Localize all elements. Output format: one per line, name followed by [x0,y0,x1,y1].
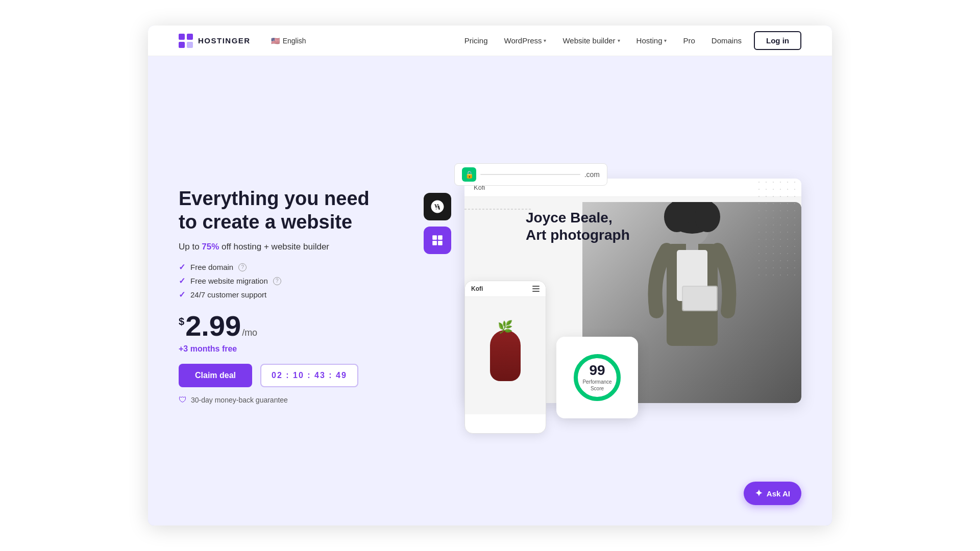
svg-rect-15 [686,241,698,251]
svg-rect-3 [187,42,193,48]
nav-link-pro[interactable]: Pro [683,36,695,45]
nav-item-hosting[interactable]: Hosting ▾ [636,36,667,45]
svg-rect-18 [683,287,717,310]
kofi-icon[interactable] [424,227,451,254]
hero-section: Everything you need to create a website … [148,56,832,525]
svg-rect-6 [432,235,437,240]
nav-links: Pricing WordPress ▾ Website builder ▾ [464,36,742,45]
ask-ai-label: Ask AI [767,489,790,498]
nav-item-domains[interactable]: Domains [712,36,742,45]
feature-item-migration: ✓ Free website migration ? [179,276,393,286]
price-period: /mo [242,328,257,338]
logo-text: HOSTINGER [198,36,251,45]
chevron-down-icon: ▾ [544,38,546,43]
price-symbol: $ [179,312,184,328]
ssl-badge: 🔒 [462,167,476,182]
info-icon[interactable]: ? [273,277,281,285]
lang-label: English [283,37,306,45]
nav-link-website-builder[interactable]: Website builder ▾ [562,36,620,45]
logo-link[interactable]: HOSTINGER [179,34,251,48]
check-icon: ✓ [179,290,185,299]
svg-rect-0 [179,34,185,40]
nav-link-hosting[interactable]: Hosting ▾ [636,36,667,45]
wordpress-icon[interactable] [424,193,451,220]
nav-item-wordpress[interactable]: WordPress ▾ [504,36,547,45]
claim-deal-button[interactable]: Claim deal [179,364,252,387]
mobile-site-name: Kofi [471,285,483,292]
feature-list: ✓ Free domain ? ✓ Free website migration… [179,262,393,299]
mobile-header: Kofi [465,281,546,297]
logo-icon [179,34,193,48]
price-bonus: +3 months free [179,344,393,354]
performance-inner: 99 PerformanceScore [572,352,623,403]
chevron-down-icon: ▾ [618,38,620,43]
hero-left: Everything you need to create a website … [179,177,393,405]
grid-decoration [755,179,801,281]
svg-rect-7 [438,235,443,240]
mobile-mockup: Kofi [464,281,546,434]
performance-score-card: 99 PerformanceScore [556,337,638,418]
vase-image [490,330,521,381]
guarantee-text: 🛡 30-day money-back guarantee [179,395,393,405]
hamburger-icon[interactable] [532,286,540,292]
nav-link-wordpress[interactable]: WordPress ▾ [504,36,547,45]
svg-rect-2 [179,42,185,48]
price-area: $ 2.99 /mo [179,312,393,340]
nav-item-pricing[interactable]: Pricing [464,36,488,45]
url-bar: 🔒 .com [454,163,607,186]
nav-item-website-builder[interactable]: Website builder ▾ [562,36,620,45]
info-icon[interactable]: ? [238,263,247,271]
nav-link-domains[interactable]: Domains [712,36,742,45]
shield-icon: 🛡 [179,395,187,405]
url-line [480,174,580,175]
performance-label: PerformanceScore [582,379,611,392]
browser-card: HOSTINGER 🇺🇸 English Pricing WordPress ▾ [148,26,832,525]
person-silhouette [636,202,748,403]
joyce-subtitle: Art photograph [526,227,630,244]
joyce-name: Joyce Beale, [526,209,630,227]
performance-ring: 99 PerformanceScore [572,352,623,403]
flag-icon: 🇺🇸 [271,37,280,45]
check-icon: ✓ [179,276,185,286]
nav-link-pricing[interactable]: Pricing [464,36,488,45]
hero-subtitle: Up to 75% off hosting + website builder [179,242,393,252]
hero-right: 🔒 .com [424,158,801,423]
feature-item-support: ✓ 24/7 customer support [179,290,393,299]
url-dot-com: .com [584,170,600,179]
hero-title: Everything you need to create a website [179,187,393,234]
chevron-down-icon: ▾ [664,38,667,43]
mobile-content [465,297,546,414]
feature-item-domain: ✓ Free domain ? [179,262,393,272]
price-main: 2.99 [185,312,241,340]
ai-star-icon: ✦ [755,488,763,499]
page-wrapper: HOSTINGER 🇺🇸 English Pricing WordPress ▾ [0,0,980,551]
svg-point-13 [695,202,720,232]
nav-item-pro[interactable]: Pro [683,36,695,45]
countdown-timer: 02 : 10 : 43 : 49 [260,364,358,387]
login-button[interactable]: Log in [754,31,801,50]
svg-rect-8 [432,241,437,245]
cta-row: Claim deal 02 : 10 : 43 : 49 [179,364,393,387]
performance-number: 99 [589,363,605,378]
check-icon: ✓ [179,262,185,272]
svg-rect-9 [438,241,443,245]
language-selector[interactable]: 🇺🇸 English [271,37,306,45]
svg-rect-1 [187,34,193,40]
navbar: HOSTINGER 🇺🇸 English Pricing WordPress ▾ [148,26,832,56]
ask-ai-button[interactable]: ✦ Ask AI [744,482,801,505]
svg-point-12 [664,202,690,232]
